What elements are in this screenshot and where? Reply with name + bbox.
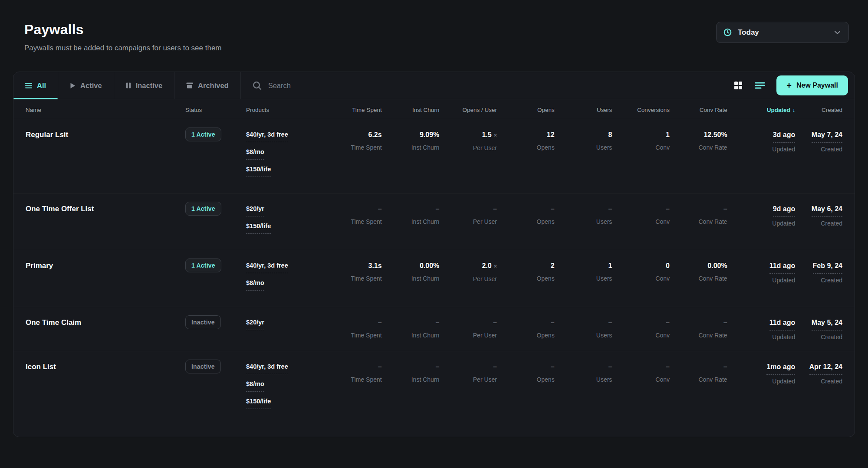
play-icon (70, 82, 76, 89)
metric-conv-rate: –Conv Rate (670, 318, 727, 339)
column-header-opens-user[interactable]: Opens / User (439, 107, 497, 113)
paywalls-card: All Active Inactive (13, 72, 855, 437)
updated-cell[interactable]: 1mo agoUpdated (727, 363, 796, 385)
metric-conversions: –Conv (612, 205, 670, 225)
metric-opens-per-user: –Per User (439, 363, 497, 383)
created-cell[interactable]: May 7, 24Created (795, 131, 842, 153)
tab-inactive[interactable]: Inactive (114, 72, 174, 99)
product-price[interactable]: $20/yr (246, 318, 324, 330)
metric-inst-churn: 0.00%Inst Churn (382, 262, 440, 282)
column-header-opens[interactable]: Opens (497, 107, 555, 113)
page-title: Paywalls (24, 22, 222, 38)
new-paywall-button[interactable]: + New Paywall (776, 75, 848, 95)
metric-time-spent: 6.2sTime Spent (324, 131, 382, 151)
metric-conv-rate: –Conv Rate (670, 205, 727, 225)
metric-opens-per-user: –Per User (439, 318, 497, 339)
metric-time-spent: –Time Spent (324, 318, 382, 339)
product-price[interactable]: $40/yr, 3d free (246, 363, 324, 374)
grid-view-button[interactable] (733, 81, 743, 90)
column-header-status[interactable]: Status (185, 107, 246, 113)
column-header-products[interactable]: Products (246, 107, 324, 113)
page-subtitle: Paywalls must be added to campaigns for … (24, 44, 222, 52)
metric-inst-churn: –Inst Churn (382, 363, 440, 383)
created-cell[interactable]: Feb 9, 24Created (795, 262, 842, 284)
metric-opens-per-user: –Per User (439, 205, 497, 225)
table-row[interactable]: Primary 1 Active $40/yr, 3d free $8/mo 3… (13, 250, 855, 307)
date-filter-dropdown[interactable]: Today (716, 22, 849, 43)
grid-view-icon (733, 81, 743, 90)
updated-cell[interactable]: 3d agoUpdated (727, 131, 796, 153)
new-paywall-label: New Paywall (796, 82, 838, 89)
updated-cell[interactable]: 9d agoUpdated (727, 205, 796, 227)
product-price[interactable]: $40/yr, 3d free (246, 262, 324, 273)
metric-conversions: 0Conv (612, 262, 670, 282)
metric-conversions: 1Conv (612, 131, 670, 151)
product-price[interactable]: $8/mo (246, 380, 324, 392)
search-input[interactable] (268, 82, 730, 90)
paywall-name: One Time Claim (26, 318, 185, 327)
status-badge: Inactive (185, 315, 221, 329)
metric-conv-rate: 0.00%Conv Rate (670, 262, 727, 282)
title-block: Paywalls Paywalls must be added to campa… (24, 22, 222, 52)
product-price[interactable]: $8/mo (246, 279, 324, 291)
product-price[interactable]: $8/mo (246, 148, 324, 160)
paywall-name: Icon List (26, 363, 185, 371)
column-header-conversions[interactable]: Conversions (612, 107, 670, 113)
updated-cell[interactable]: 11d agoUpdated (727, 262, 796, 284)
products-cell: $20/yr $150/life (246, 205, 324, 239)
products-cell: $40/yr, 3d free $8/mo $150/life (246, 131, 324, 183)
column-header-conv-rate[interactable]: Conv Rate (670, 107, 727, 113)
column-header-updated[interactable]: Updated↓ (727, 107, 796, 113)
clock-icon (723, 28, 732, 36)
tab-inactive-label: Inactive (136, 82, 162, 90)
column-header-time-spent[interactable]: Time Spent (324, 107, 382, 113)
page-header: Paywalls Paywalls must be added to campa… (0, 0, 868, 52)
status-badge: Inactive (185, 360, 221, 373)
metric-users: 8Users (555, 131, 612, 151)
tab-archived[interactable]: Archived (174, 72, 241, 99)
column-header-users[interactable]: Users (555, 107, 612, 113)
status-cell: Inactive (185, 318, 246, 329)
tab-active[interactable]: Active (58, 72, 114, 99)
tab-archived-label: Archived (198, 82, 229, 90)
metric-conv-rate: –Conv Rate (670, 363, 727, 383)
product-price[interactable]: $150/life (246, 397, 324, 409)
metric-opens: 2Opens (497, 262, 555, 282)
metric-users: 1Users (555, 262, 612, 282)
products-cell: $40/yr, 3d free $8/mo (246, 262, 324, 296)
created-cell[interactable]: Apr 12, 24Created (795, 363, 842, 385)
status-cell: 1 Active (185, 262, 246, 272)
table-header-row: Name Status Products Time Spent Inst Chu… (13, 99, 855, 119)
view-toggles (729, 72, 776, 99)
archive-icon (186, 82, 193, 88)
multiplier-suffix: × (494, 263, 497, 269)
product-price[interactable]: $20/yr (246, 205, 324, 216)
created-cell[interactable]: May 5, 24Created (795, 318, 842, 340)
table-row[interactable]: One Time Offer List 1 Active $20/yr $150… (13, 193, 855, 250)
product-price[interactable]: $150/life (246, 222, 324, 234)
table-row[interactable]: One Time Claim Inactive $20/yr –Time Spe… (13, 307, 855, 351)
paywalls-page: Paywalls Paywalls must be added to campa… (0, 0, 868, 468)
metric-conv-rate: 12.50%Conv Rate (670, 131, 727, 151)
table-row[interactable]: Regular Lsit 1 Active $40/yr, 3d free $8… (13, 119, 855, 193)
column-header-inst-churn[interactable]: Inst Churn (382, 107, 440, 113)
created-cell[interactable]: May 6, 24Created (795, 205, 842, 227)
tab-active-label: Active (80, 82, 102, 90)
table-row[interactable]: Icon List Inactive $40/yr, 3d free $8/mo… (13, 351, 855, 425)
tab-all[interactable]: All (13, 72, 58, 99)
list-view-button[interactable] (755, 82, 765, 89)
column-header-name[interactable]: Name (26, 107, 185, 113)
metric-time-spent: –Time Spent (324, 363, 382, 383)
updated-cell[interactable]: 11d agoUpdated (727, 318, 796, 340)
paywall-name: Regular Lsit (26, 131, 185, 139)
product-price[interactable]: $40/yr, 3d free (246, 131, 324, 142)
metric-time-spent: –Time Spent (324, 205, 382, 225)
date-filter-label: Today (738, 28, 828, 37)
status-badge: 1 Active (185, 259, 221, 272)
product-price[interactable]: $150/life (246, 165, 324, 177)
search-icon (253, 81, 262, 90)
search-box[interactable] (241, 72, 730, 99)
metric-opens: –Opens (497, 363, 555, 383)
metric-opens: –Opens (497, 205, 555, 225)
column-header-created[interactable]: Created (795, 107, 842, 113)
